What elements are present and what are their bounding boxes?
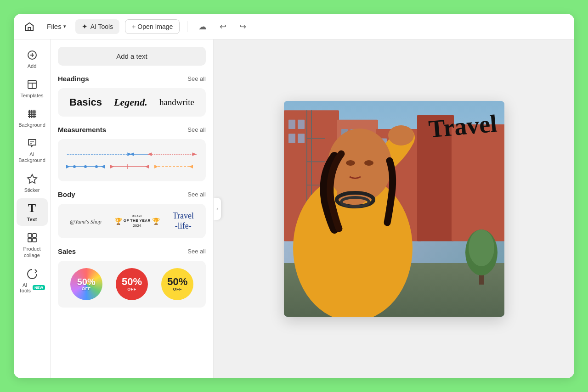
body-sample-award[interactable]: 🏆 BEST OF THE YEAR -2024- 🏆 (114, 214, 160, 228)
canvas-image-container: Travel (284, 101, 504, 317)
add-text-button[interactable]: Add a text (58, 47, 206, 66)
sales-badges-block: 50% OFF 50% OFF 50% OFF (58, 261, 206, 308)
open-image-label: + Open Image (132, 23, 173, 30)
canvas-background: Travel (284, 101, 504, 317)
files-button[interactable]: Files ▾ (43, 20, 70, 33)
sidebar-item-ai-background[interactable]: AI Background (17, 133, 48, 167)
sale-badge-red[interactable]: 50% OFF (116, 268, 148, 300)
svg-marker-36 (145, 165, 149, 168)
svg-rect-17 (28, 234, 32, 237)
ai-tools-new-badge: NEW (33, 285, 45, 290)
sales-section-header: Sales See all (58, 247, 206, 255)
heading-sample-handwrite[interactable]: handwrite (159, 97, 194, 107)
svg-marker-35 (110, 165, 114, 168)
measurements-block (58, 139, 206, 181)
body-title: Body (58, 190, 75, 198)
ai-tools-icon: ✦ (82, 22, 88, 31)
svg-rect-45 (452, 124, 504, 241)
body-see-all-button[interactable]: See all (187, 191, 206, 198)
measure-line-blue (65, 150, 198, 158)
files-label: Files (47, 22, 62, 30)
add-text-label: Add a text (116, 52, 147, 60)
sticker-icon (26, 173, 39, 185)
svg-point-63 (388, 125, 414, 146)
svg-rect-20 (33, 238, 36, 242)
measurements-see-all-label: See all (187, 126, 206, 133)
measurements-see-all-button[interactable]: See all (187, 126, 206, 133)
sale-badge-rainbow[interactable]: 50% OFF (70, 268, 102, 300)
sidebar-item-text-label: Text (27, 217, 37, 222)
open-image-button[interactable]: + Open Image (125, 19, 180, 34)
sidebar-item-ai-tools-label: AI Tools (19, 282, 31, 293)
sidebar-item-sticker[interactable]: Sticker (17, 169, 48, 196)
sidebar-item-background-label: Background (18, 122, 45, 128)
text-panel: Add a text Headings See all Basics Legen… (51, 39, 214, 378)
sidebar-item-product-collage-label: Product collage (19, 246, 45, 258)
body-samples-block: @Yumi's Shop 🏆 BEST OF THE YEAR -2024- 🏆 (58, 204, 206, 238)
heading-sample-legend[interactable]: Legend. (114, 96, 147, 108)
headings-see-all-button[interactable]: See all (187, 75, 206, 82)
headings-section-header: Headings See all (58, 75, 206, 83)
svg-point-67 (364, 160, 373, 166)
redo-button[interactable]: ↪ (236, 20, 250, 34)
headings-samples-block: Basics Legend. handwrite (58, 88, 206, 117)
measure-lines-row (65, 163, 198, 170)
sidebar-item-add-label: Add (28, 63, 37, 69)
sidebar-item-templates-label: Templates (20, 93, 43, 98)
product-collage-icon (26, 231, 39, 244)
canvas-area: ‹ (214, 39, 574, 378)
app-header: Files ▾ ✦ AI Tools + Open Image ☁ ↩ ↪ (14, 14, 574, 39)
headings-title: Headings (58, 75, 89, 83)
svg-point-31 (73, 165, 76, 168)
canvas-travel-text: Travel (427, 111, 498, 142)
sidebar-item-templates[interactable]: Templates (17, 74, 48, 102)
svg-rect-0 (28, 27, 31, 30)
undo-icon: ↩ (220, 22, 226, 31)
sales-see-all-label: See all (187, 248, 206, 255)
body-sample-shop[interactable]: @Yumi's Shop (70, 217, 102, 225)
redo-icon: ↪ (239, 22, 246, 31)
header-divider (187, 21, 187, 32)
templates-icon (26, 78, 39, 91)
svg-marker-26 (147, 152, 152, 156)
sidebar-item-product-collage[interactable]: Product collage (17, 228, 48, 262)
panel-collapse-handle[interactable]: ‹ (214, 198, 221, 220)
files-chevron-icon: ▾ (63, 23, 66, 29)
body-sample-travel[interactable]: Travel-life- (173, 211, 194, 231)
undo-button[interactable]: ↩ (216, 20, 230, 34)
sales-see-all-button[interactable]: See all (187, 248, 206, 255)
sidebar-item-ai-tools[interactable]: AI Tools NEW (17, 264, 48, 297)
sync-icon: ☁ (198, 22, 207, 31)
main-content: Add Templates (14, 39, 574, 378)
svg-marker-30 (101, 165, 105, 168)
svg-rect-19 (28, 238, 32, 242)
icon-sidebar: Add Templates (14, 39, 51, 378)
svg-point-32 (84, 165, 87, 168)
headings-see-all-label: See all (187, 75, 206, 82)
svg-marker-24 (130, 152, 134, 156)
svg-marker-27 (192, 152, 197, 156)
svg-marker-29 (66, 165, 70, 168)
add-icon (26, 49, 39, 62)
svg-point-66 (346, 160, 355, 166)
ai-tools-header-button[interactable]: ✦ AI Tools (75, 19, 120, 34)
heading-sample-basics[interactable]: Basics (69, 96, 102, 108)
sale-badge-yellow[interactable]: 50% OFF (161, 268, 193, 300)
home-button[interactable] (21, 18, 38, 35)
text-icon: T (26, 202, 39, 215)
body-section-header: Body See all (58, 190, 206, 198)
sidebar-item-ai-background-label: AI Background (18, 151, 45, 163)
svg-rect-18 (33, 234, 36, 237)
ai-tools-sidebar-icon (26, 268, 39, 280)
sidebar-item-add[interactable]: Add (17, 45, 48, 73)
sync-button[interactable]: ☁ (195, 20, 210, 34)
svg-point-61 (469, 230, 494, 266)
background-icon (26, 107, 39, 120)
body-see-all-label: See all (187, 191, 206, 198)
svg-point-33 (95, 165, 98, 168)
ai-tools-header-label: AI Tools (90, 23, 113, 30)
svg-marker-40 (189, 165, 193, 168)
sales-title: Sales (58, 247, 76, 255)
sidebar-item-text[interactable]: T Text (17, 198, 48, 226)
sidebar-item-background[interactable]: Background (17, 104, 48, 131)
